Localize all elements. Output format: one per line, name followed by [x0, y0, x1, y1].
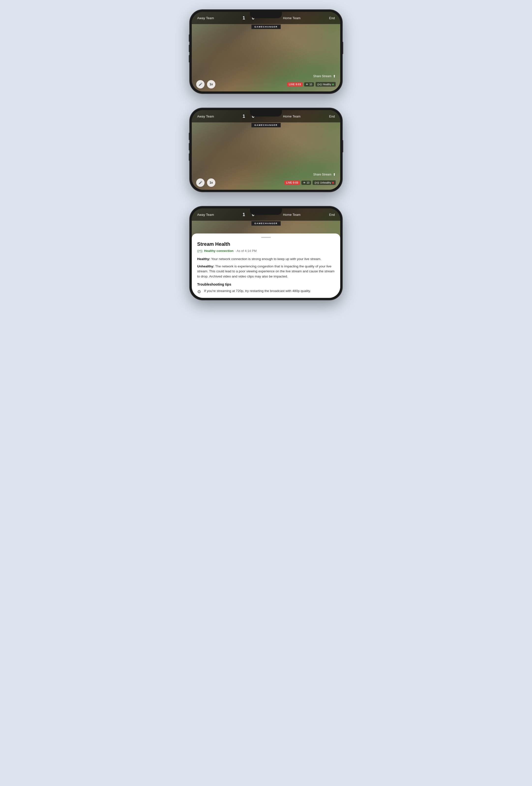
viewers-count-1: 10 [309, 83, 312, 86]
connection-wifi-icon: ((•)) [197, 249, 203, 253]
troubleshoot-title: Troubleshooting tips [197, 282, 335, 286]
phone-3: Away Team 1 0 Home Team End GAMECHANGER … [190, 206, 342, 300]
home-team-2: Home Team [283, 115, 301, 118]
away-score-2: 1 [242, 114, 245, 119]
notch-2 [250, 110, 282, 116]
viewers-badge-1: 👁 10 [304, 82, 314, 87]
gamechanger-logo-2: GAMECHANGER [252, 123, 281, 127]
away-score-1: 1 [242, 16, 245, 21]
sheet-title: Stream Health [197, 241, 335, 247]
unhealthy-text: The network is experiencing congestion t… [197, 264, 334, 278]
share-stream-label-2: Share Stream [313, 173, 331, 176]
phone-3-screen: Away Team 1 0 Home Team End GAMECHANGER … [192, 208, 340, 298]
health-dot-1 [332, 84, 334, 85]
wifi-icon-2: ((•)) [315, 181, 319, 184]
viewers-badge-2: 👁 10 [301, 181, 311, 185]
unhealthy-description: Unhealthy: The network is experiencing c… [197, 264, 335, 279]
share-row-2: Share Stream ⬆ [196, 172, 336, 177]
notch-3 [250, 208, 282, 215]
healthy-description: Healthy: Your network connection is stro… [197, 257, 335, 261]
eye-icon-1: 👁 [306, 83, 308, 86]
home-team-3: Home Team [283, 213, 301, 216]
live-badge-1: LIVE 0:03 [287, 82, 303, 87]
phone-2: Away Team 1 0 Home Team End GAMECHANGER … [190, 108, 342, 192]
phone-1: Away Team 1 0 Home Team End GAMECHANGER … [190, 10, 342, 93]
live-badge-2: LIVE 0:03 [284, 181, 300, 185]
home-team-1: Home Team [283, 16, 301, 20]
share-row-1: Share Stream ⬆ [196, 74, 336, 78]
healthy-text: Your network connection is strong enough… [210, 257, 321, 261]
health-label-1: Healthy [323, 83, 331, 86]
sheet-handle[interactable] [261, 237, 271, 238]
sheet-body: Healthy: Your network connection is stro… [197, 257, 335, 279]
connection-status-row: ((•)) Healthy connection · As of 4:14 PM [197, 249, 335, 253]
period-1: End [329, 16, 335, 20]
bottom-controls-2: Share Stream ⬆ 🎤 1x LIVE 0:03 👁 10 ((•)) [192, 172, 340, 187]
right-badges-2: LIVE 0:03 👁 10 ((•)) Unhealthy [284, 180, 336, 185]
health-badge-1[interactable]: ((•)) Healthy [316, 82, 336, 87]
share-icon-2[interactable]: ⬆ [333, 172, 336, 177]
mic-button-2[interactable]: 🎤 [196, 179, 205, 187]
left-buttons-1: 🎤 1x [196, 80, 215, 89]
gear-icon: ⚙ [197, 289, 201, 295]
gamechanger-logo-1: GAMECHANGER [252, 25, 281, 29]
phone-1-screen: Away Team 1 0 Home Team End GAMECHANGER … [192, 12, 340, 91]
controls-row-2: 🎤 1x LIVE 0:03 👁 10 ((•)) Unhealthy [196, 179, 336, 187]
connection-time: · As of 4:14 PM [235, 249, 257, 253]
stream-health-sheet: Stream Health ((•)) Healthy connection ·… [192, 233, 340, 298]
controls-row-1: 🎤 1x LIVE 0:03 👁 10 ((•)) Healthy [196, 80, 336, 89]
right-badges-1: LIVE 0:03 👁 10 ((•)) Healthy [287, 82, 336, 87]
viewers-count-2: 10 [306, 181, 309, 184]
left-buttons-2: 🎤 1x [196, 179, 215, 187]
away-score-3: 1 [242, 212, 245, 217]
period-3: End [329, 213, 335, 216]
bottom-controls-1: Share Stream ⬆ 🎤 1x LIVE 0:03 👁 10 ((•)) [192, 74, 340, 89]
unhealthy-bold: Unhealthy: [197, 264, 214, 268]
health-badge-2[interactable]: ((•)) Unhealthy [313, 180, 336, 185]
mic-button-1[interactable]: 🎤 [196, 80, 205, 89]
phone-2-screen: Away Team 1 0 Home Team End GAMECHANGER … [192, 110, 340, 190]
eye-icon-2: 👁 [303, 181, 306, 184]
share-icon-1[interactable]: ⬆ [333, 74, 336, 78]
connection-label: Healthy connection [204, 249, 234, 253]
health-label-2: Unhealthy [320, 181, 331, 184]
tip-row-1: ⚙ If you're streaming at 720p, try resta… [197, 289, 335, 295]
away-team-3: Away Team [197, 213, 214, 216]
period-2: End [329, 115, 335, 118]
zoom-button-2[interactable]: 1x [207, 179, 215, 187]
wifi-icon-1: ((•)) [317, 83, 322, 86]
share-stream-label-1: Share Stream [313, 74, 331, 78]
away-team-2: Away Team [197, 115, 214, 118]
healthy-bold: Healthy: [197, 257, 210, 261]
notch-1 [250, 12, 282, 18]
away-team-1: Away Team [197, 16, 214, 20]
health-dot-2 [332, 182, 334, 184]
gamechanger-logo-3: GAMECHANGER [252, 221, 281, 226]
tip-1-text: If you're streaming at 720p, try restart… [204, 289, 311, 294]
zoom-button-1[interactable]: 1x [207, 80, 215, 89]
